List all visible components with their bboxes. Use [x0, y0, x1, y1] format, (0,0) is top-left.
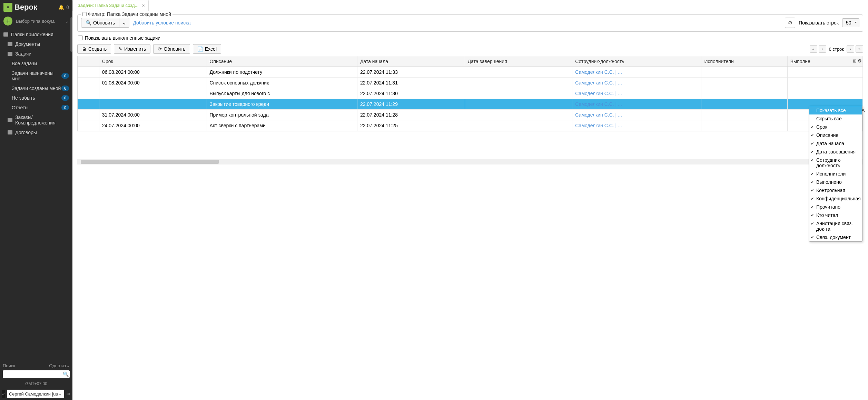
add-button[interactable]: +: [3, 17, 12, 26]
count-badge: 0: [61, 105, 69, 110]
cell-deadline: 31.07.2024 00:00: [99, 110, 207, 120]
table-row[interactable]: Выпуск карты для нового с22.07.2024 11:3…: [78, 88, 532, 99]
folder-icon: [8, 52, 12, 56]
sidebar-item[interactable]: Договоры: [0, 128, 72, 137]
cell-start: 22.07.2024 11:31: [357, 78, 465, 88]
sidebar-item[interactable]: Все задачи: [0, 59, 72, 68]
sidebar-item-label: Заказы/Ком.предложения: [15, 114, 69, 126]
sidebar-item[interactable]: Отчеты0: [0, 103, 72, 112]
show-done-label: Показывать выполненные задачи: [85, 35, 160, 41]
row-checkbox[interactable]: [78, 88, 99, 99]
tab-tasks[interactable]: Задачи: Папка Задачи созд... ×: [72, 0, 149, 11]
count-badge: 0: [61, 95, 69, 101]
brand-name: Верок: [14, 3, 37, 12]
sidebar-item-label: Все задачи: [12, 61, 69, 66]
table-row[interactable]: 31.07.2024 00:00Пример контрольной зада2…: [78, 110, 532, 120]
sidebar-item[interactable]: Задачи созданы мной6: [0, 83, 72, 93]
cell-end: [465, 110, 532, 120]
row-checkbox[interactable]: [78, 78, 99, 88]
folder-icon: [8, 130, 12, 134]
task-table: Срок Описание Дата начала Дата завершени…: [77, 56, 532, 131]
notification-count: 0: [66, 4, 69, 10]
close-tab-icon[interactable]: ×: [142, 3, 145, 8]
show-done-checkbox[interactable]: [78, 36, 83, 40]
cell-description: Акт сверки с партнерами: [207, 120, 357, 131]
cell-end: [465, 78, 532, 88]
cell-start: 22.07.2024 11:25: [357, 120, 465, 131]
row-checkbox[interactable]: [78, 110, 99, 120]
sidebar-item-label: Договоры: [15, 130, 69, 135]
col-checkbox[interactable]: [78, 56, 99, 67]
folder-icon: [8, 118, 12, 122]
cell-description: Должники по подотчету: [207, 67, 357, 78]
col-deadline[interactable]: Срок: [99, 56, 207, 67]
horizontal-scrollbar[interactable]: [77, 159, 532, 164]
cell-deadline: [99, 99, 207, 110]
search-icon: 🔍: [86, 20, 91, 26]
cell-start: 22.07.2024 11:29: [357, 99, 465, 110]
cell-end: [465, 120, 532, 131]
row-checkbox[interactable]: [78, 120, 99, 131]
table-row[interactable]: 01.08.2024 00:00Список основных должник2…: [78, 78, 532, 88]
sidebar-item[interactable]: Не забыть0: [0, 93, 72, 103]
cell-end: [465, 67, 532, 78]
count-badge: 6: [61, 86, 69, 91]
col-start-date[interactable]: Дата начала: [357, 56, 465, 67]
collapse-filter-icon[interactable]: −: [82, 12, 87, 16]
filter-refresh-dropdown[interactable]: ⌄: [119, 18, 129, 28]
excel-icon: 📄: [197, 46, 203, 52]
col-description[interactable]: Описание: [207, 56, 357, 67]
folder-tree: Папки приложения ДокументыЗадачиВсе зада…: [0, 28, 72, 245]
cell-end: [465, 99, 532, 110]
cell-description: Пример контрольной зада: [207, 110, 357, 120]
cell-end: [465, 88, 532, 99]
table-row[interactable]: Закрытие товарного креди22.07.2024 11:29…: [78, 99, 532, 110]
table-row[interactable]: 24.07.2024 00:00Акт сверки с партнерами2…: [78, 120, 532, 131]
filter-refresh-button[interactable]: 🔍 Обновить: [81, 18, 119, 28]
tab-bar: Задачи: Папка Задачи созд... ×: [72, 0, 532, 11]
sidebar-item-label: Документы: [15, 41, 69, 47]
cell-description: Закрытие товарного креди: [207, 99, 357, 110]
col-end-date[interactable]: Дата завершения: [465, 56, 532, 67]
row-checkbox[interactable]: [78, 99, 99, 110]
row-checkbox[interactable]: [78, 67, 99, 78]
edit-button[interactable]: ✎Изменить: [114, 44, 150, 54]
cell-deadline: [99, 88, 207, 99]
sidebar-item[interactable]: Заказы/Ком.предложения: [0, 112, 72, 128]
refresh-button[interactable]: ⟳Обновить: [153, 44, 190, 54]
sidebar-item[interactable]: Документы: [0, 39, 72, 49]
filter-panel: − Фильтр: Папка Задачи созданы мной 🔍 Об…: [77, 14, 532, 32]
cell-deadline: 06.08.2024 00:00: [99, 67, 207, 78]
tree-root[interactable]: Папки приложения: [0, 30, 72, 39]
sidebar-item[interactable]: Задачи: [0, 49, 72, 59]
excel-button[interactable]: 📄Excel: [193, 44, 221, 54]
logo-icon: ≡: [3, 3, 12, 12]
sidebar-item-label: Отчеты: [12, 105, 61, 110]
cell-deadline: 24.07.2024 00:00: [99, 120, 207, 131]
bell-icon[interactable]: 🔔: [58, 4, 64, 10]
sidebar-item[interactable]: Задачи назначены мне0: [0, 68, 72, 83]
cell-deadline: 01.08.2024 00:00: [99, 78, 207, 88]
cell-start: 22.07.2024 11:30: [357, 88, 465, 99]
sidebar-item-label: Задачи: [15, 51, 69, 57]
create-button[interactable]: 🗎Создать: [77, 44, 111, 54]
sidebar-item-label: Задачи назначены мне: [12, 70, 61, 81]
table-row[interactable]: 06.08.2024 00:00Должники по подотчету22.…: [78, 67, 532, 78]
cell-description: Список основных должник: [207, 78, 357, 88]
cell-start: 22.07.2024 11:33: [357, 67, 465, 78]
add-condition-link[interactable]: Добавить условие поиска: [133, 20, 190, 26]
doc-type-select[interactable]: Выбор типа докум.: [16, 19, 61, 24]
cell-description: Выпуск карты для нового с: [207, 88, 357, 99]
file-icon: 🗎: [82, 46, 87, 52]
sidebar-item-label: Задачи созданы мной: [12, 86, 61, 91]
count-badge: 0: [61, 73, 69, 79]
sidebar-item-label: Не забыть: [12, 95, 61, 101]
folder-icon: [3, 32, 8, 37]
refresh-icon: ⟳: [158, 46, 162, 52]
chevron-down-icon: ⌄: [65, 18, 69, 24]
sidebar: ≡ Верок 🔔 0 + Выбор типа докум. ⌄ Папки …: [0, 0, 72, 245]
filter-title: Фильтр: Папка Задачи созданы мной: [88, 11, 171, 17]
folder-icon: [8, 42, 12, 46]
cell-start: 22.07.2024 11:28: [357, 110, 465, 120]
main-area: Задачи: Папка Задачи созд... × − Фильтр:…: [72, 0, 532, 245]
